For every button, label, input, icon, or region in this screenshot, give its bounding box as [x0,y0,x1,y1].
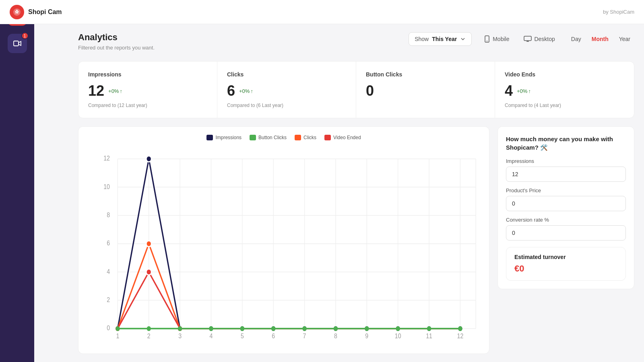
stat-card-impressions: Impressions 12 +0% ↑ Compared to (12 Las… [78,62,217,118]
byline: by ShopiCam [603,9,634,15]
chevron-down-icon [460,36,466,42]
impressions-input[interactable] [506,167,626,182]
sidebar-item-video[interactable]: 1 [8,34,27,53]
conversion-rate-input[interactable] [506,225,626,241]
clicks-change: +0% ↑ [239,88,253,94]
impressions-field-label: Impressions [506,158,626,164]
money-calculator: How much money can you make with Shopica… [497,126,634,289]
stat-card-button-clicks: Button Clicks 0 [356,62,495,118]
legend-label-clicks: Clicks [303,135,316,140]
money-title: How much money can you make with Shopica… [506,135,626,152]
legend-dot-clicks [295,135,301,140]
svg-text:10: 10 [395,332,401,339]
svg-point-57 [146,241,151,247]
month-tab[interactable]: Month [588,33,613,45]
svg-point-66 [240,326,244,331]
sidebar: 1 [0,0,34,362]
stats-row: Impressions 12 +0% ↑ Compared to (12 Las… [78,61,634,118]
mobile-icon [484,35,490,43]
impressions-field: Impressions [506,158,626,182]
mobile-label: Mobile [493,36,509,42]
stat-card-video-ends: Video Ends 4 +0% ↑ Compared to (4 Last y… [495,62,634,118]
chart-area: 0 2 4 6 8 10 12 1 2 3 4 5 6 7 8 9 [87,147,481,346]
notification-badge: 1 [21,32,29,39]
analytics-title-block: Analytics Filtered out the reports you w… [78,32,155,51]
svg-point-67 [271,326,275,331]
conversion-rate-field: Conversion rate % [506,217,626,241]
svg-text:2: 2 [147,332,151,339]
svg-point-72 [427,326,431,331]
svg-text:10: 10 [103,183,110,190]
video-ends-compare: Compared to (4 Last year) [505,103,624,108]
estimated-box: Estimated turnover €0 [506,247,626,281]
svg-text:8: 8 [107,211,110,218]
logo-icon [10,5,24,19]
svg-rect-4 [524,36,531,41]
conversion-rate-label: Conversion rate % [506,217,626,223]
svg-point-45 [146,156,151,162]
button-clicks-value: 0 [366,82,374,99]
desktop-label: Desktop [534,36,555,42]
svg-text:11: 11 [426,332,432,339]
svg-point-68 [302,326,306,331]
main-content: Analytics Filtered out the reports you w… [68,24,644,362]
svg-text:12: 12 [103,155,110,162]
clicks-label: Clicks [227,71,346,78]
svg-text:12: 12 [457,332,464,339]
product-price-input[interactable] [506,196,626,211]
chart-legend: Impressions Button Clicks Clicks Video E… [87,135,481,140]
legend-button-clicks: Button Clicks [250,135,287,140]
desktop-tab[interactable]: Desktop [520,33,559,45]
brand: Shopi Cam [10,5,62,19]
right-panel: How much money can you make with Shopica… [497,126,634,354]
page-title: Analytics [78,32,155,43]
product-price-label: Product's Price [506,187,626,193]
svg-point-64 [178,326,182,331]
legend-label-button-clicks: Button Clicks [258,135,287,140]
svg-text:3: 3 [178,332,182,339]
show-label: Show [415,36,429,42]
day-tab[interactable]: Day [567,33,585,45]
topbar: Shopi Cam by ShopiCam [0,0,644,24]
svg-text:8: 8 [334,332,337,339]
impressions-change: +0% ↑ [108,88,122,94]
legend-dot-button-clicks [250,135,256,140]
brand-name: Shopi Cam [28,8,62,16]
svg-point-71 [396,326,400,331]
stat-card-clicks: Clicks 6 +0% ↑ Compared to (6 Last year) [217,62,356,118]
clicks-compare: Compared to (6 Last year) [227,103,346,108]
legend-video-ended: Video Ended [324,135,361,140]
impressions-compare: Compared to (12 Last year) [88,103,207,108]
svg-text:0: 0 [107,325,110,332]
svg-point-3 [487,41,487,41]
svg-text:4: 4 [210,332,213,339]
svg-text:4: 4 [107,268,110,275]
svg-text:7: 7 [303,332,306,339]
svg-point-63 [147,326,151,331]
year-tab[interactable]: Year [615,33,634,45]
bottom-row: Impressions Button Clicks Clicks Video E… [78,126,634,354]
legend-label-impressions: Impressions [215,135,242,140]
video-ends-label: Video Ends [505,71,624,78]
svg-point-65 [209,326,213,331]
svg-point-70 [365,326,369,331]
svg-point-69 [334,326,338,331]
button-clicks-label: Button Clicks [366,71,485,78]
legend-clicks: Clicks [295,135,316,140]
time-tabs: Day Month Year [567,33,634,45]
svg-text:1: 1 [116,332,119,339]
product-price-field: Product's Price [506,187,626,211]
svg-text:6: 6 [272,332,275,339]
device-tabs: Mobile Desktop [480,33,559,45]
svg-text:2: 2 [107,296,110,303]
svg-point-73 [458,326,462,331]
svg-text:5: 5 [241,332,244,339]
impressions-label: Impressions [88,71,207,78]
analytics-header: Analytics Filtered out the reports you w… [78,32,634,51]
analytics-controls: Show This Year Mobile [409,32,634,46]
show-year-dropdown[interactable]: Show This Year [409,32,472,46]
mobile-tab[interactable]: Mobile [480,33,513,45]
video-ends-change: +0% ↑ [517,88,531,94]
clicks-value: 6 [227,82,235,99]
line-chart: 0 2 4 6 8 10 12 1 2 3 4 5 6 7 8 9 [87,147,481,346]
